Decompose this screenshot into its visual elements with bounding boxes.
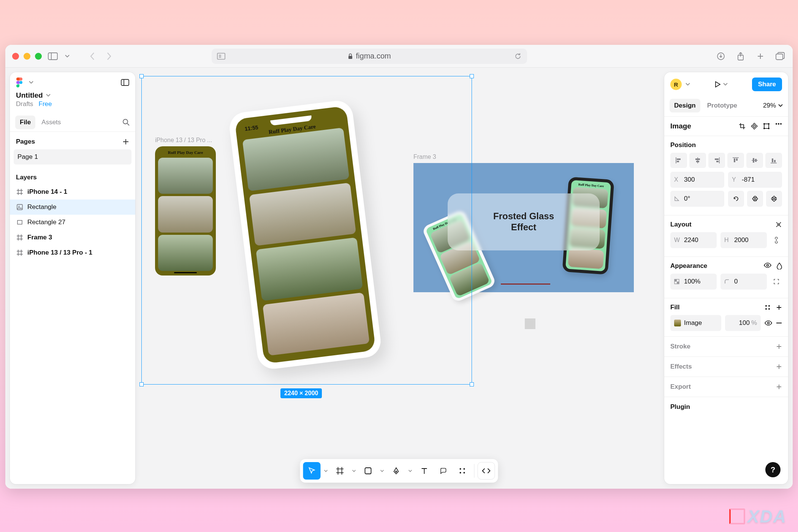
flip-vertical-icon[interactable] bbox=[766, 191, 782, 207]
back-icon[interactable] bbox=[87, 51, 98, 62]
share-button[interactable]: Share bbox=[752, 78, 782, 91]
radius-field[interactable]: 0 bbox=[720, 274, 767, 290]
rotate-90-icon[interactable] bbox=[728, 191, 744, 207]
help-icon[interactable]: ? bbox=[765, 462, 781, 477]
play-icon[interactable] bbox=[714, 81, 721, 88]
add-icon[interactable] bbox=[776, 344, 782, 350]
edit-object-icon[interactable] bbox=[763, 123, 770, 130]
link-ratio-icon[interactable] bbox=[771, 232, 782, 248]
resize-handle-icon[interactable] bbox=[470, 382, 474, 386]
chevron-down-icon[interactable] bbox=[686, 83, 690, 86]
rotation-field[interactable]: 0° bbox=[670, 191, 724, 207]
share-icon[interactable] bbox=[735, 51, 746, 62]
chevron-down-icon[interactable] bbox=[378, 462, 386, 480]
chevron-down-icon[interactable] bbox=[64, 51, 71, 62]
close-window-icon[interactable] bbox=[12, 53, 19, 60]
tab-prototype[interactable]: Prototype bbox=[703, 99, 742, 112]
crop-icon[interactable] bbox=[739, 123, 746, 130]
frame-tool-icon[interactable] bbox=[331, 462, 349, 480]
actions-tool-icon[interactable] bbox=[454, 462, 471, 480]
chevron-down-icon[interactable] bbox=[350, 462, 358, 480]
effects-section[interactable]: Effects bbox=[664, 357, 788, 377]
rectangle-tool-icon[interactable] bbox=[359, 462, 377, 480]
search-icon[interactable] bbox=[122, 119, 130, 126]
add-fill-icon[interactable] bbox=[776, 304, 782, 310]
align-top-icon[interactable] bbox=[727, 153, 744, 168]
fill-opacity[interactable]: 100% bbox=[725, 315, 761, 331]
more-icon[interactable] bbox=[775, 123, 782, 130]
chevron-down-icon[interactable] bbox=[29, 81, 33, 84]
resize-handle-icon[interactable] bbox=[139, 382, 144, 386]
canvas[interactable]: iPhone 13 / 13 Pro ... Frame 3 Ruff Play… bbox=[136, 68, 663, 489]
file-location[interactable]: Drafts bbox=[16, 100, 33, 108]
position-x-field[interactable]: X300 bbox=[670, 172, 724, 188]
text-tool-icon[interactable] bbox=[416, 462, 433, 480]
resize-handle-icon[interactable] bbox=[470, 74, 474, 78]
tab-design[interactable]: Design bbox=[670, 99, 700, 112]
component-icon[interactable] bbox=[751, 123, 758, 130]
small-square[interactable] bbox=[525, 318, 535, 329]
add-icon[interactable] bbox=[776, 364, 782, 370]
visibility-icon[interactable] bbox=[764, 263, 771, 269]
opacity-field[interactable]: 100% bbox=[670, 274, 717, 290]
layer-row[interactable]: Frame 3 bbox=[10, 230, 135, 245]
collapse-panel-icon[interactable] bbox=[121, 79, 129, 86]
dev-mode-icon[interactable] bbox=[478, 462, 495, 480]
export-section[interactable]: Export bbox=[664, 377, 788, 397]
add-icon[interactable] bbox=[776, 384, 782, 390]
plan-badge[interactable]: Free bbox=[39, 100, 52, 108]
move-tool-icon[interactable] bbox=[303, 462, 321, 480]
align-hcenter-icon[interactable] bbox=[689, 153, 706, 168]
refresh-icon[interactable] bbox=[514, 52, 522, 60]
auto-layout-icon[interactable] bbox=[775, 221, 782, 228]
align-vcenter-icon[interactable] bbox=[746, 153, 763, 168]
height-field[interactable]: H2000 bbox=[720, 232, 767, 248]
chevron-down-icon[interactable] bbox=[46, 94, 51, 97]
chevron-down-icon[interactable] bbox=[407, 462, 414, 480]
maximize-window-icon[interactable] bbox=[35, 53, 42, 60]
watermark-text: XDA bbox=[747, 506, 787, 527]
align-right-icon[interactable] bbox=[708, 153, 725, 168]
position-y-field[interactable]: Y-871 bbox=[728, 172, 782, 188]
new-tab-icon[interactable] bbox=[755, 51, 766, 62]
zoom-control[interactable]: 29% bbox=[763, 102, 783, 109]
plugin-section[interactable]: Plugin bbox=[664, 397, 788, 417]
layer-row[interactable]: Rectangle bbox=[10, 200, 135, 215]
sidebar-toggle-icon[interactable] bbox=[47, 51, 59, 62]
add-page-icon[interactable] bbox=[122, 138, 129, 145]
section-title-image: Image bbox=[670, 122, 691, 130]
layer-row[interactable]: iPhone 13 / 13 Pro - 1 bbox=[10, 245, 135, 260]
tab-file[interactable]: File bbox=[15, 116, 35, 129]
stroke-section[interactable]: Stroke bbox=[664, 337, 788, 357]
styles-icon[interactable] bbox=[765, 304, 771, 310]
blend-mode-icon[interactable] bbox=[777, 263, 782, 269]
chevron-down-icon[interactable] bbox=[723, 83, 728, 86]
align-left-icon[interactable] bbox=[670, 153, 687, 168]
url-bar[interactable]: figma.com bbox=[212, 49, 527, 64]
reader-icon[interactable] bbox=[217, 53, 225, 60]
page-item[interactable]: Page 1 bbox=[14, 149, 131, 165]
selection-box[interactable] bbox=[141, 76, 472, 385]
tabs-icon[interactable] bbox=[774, 51, 786, 62]
layer-row[interactable]: Rectangle 27 bbox=[10, 215, 135, 230]
align-bottom-icon[interactable] bbox=[765, 153, 782, 168]
width-field[interactable]: W2240 bbox=[670, 232, 717, 248]
download-icon[interactable] bbox=[715, 51, 727, 62]
flip-horizontal-icon[interactable] bbox=[747, 191, 763, 207]
avatar[interactable]: R bbox=[670, 79, 682, 90]
pen-tool-icon[interactable] bbox=[388, 462, 405, 480]
comment-tool-icon[interactable] bbox=[435, 462, 452, 480]
minimize-window-icon[interactable] bbox=[24, 53, 30, 60]
tab-assets[interactable]: Assets bbox=[37, 116, 65, 129]
selection-dimensions: 2240 × 2000 bbox=[280, 388, 322, 398]
forward-icon[interactable] bbox=[103, 51, 115, 62]
visibility-icon[interactable] bbox=[765, 320, 772, 326]
fill-type[interactable]: Image bbox=[670, 315, 721, 331]
file-title[interactable]: Untitled bbox=[16, 91, 43, 100]
individual-corners-icon[interactable] bbox=[771, 274, 782, 290]
layer-row[interactable]: iPhone 14 - 1 bbox=[10, 184, 135, 200]
chevron-down-icon[interactable] bbox=[322, 462, 330, 480]
figma-logo-icon[interactable] bbox=[16, 78, 26, 87]
remove-fill-icon[interactable] bbox=[776, 322, 782, 324]
resize-handle-icon[interactable] bbox=[139, 74, 144, 78]
